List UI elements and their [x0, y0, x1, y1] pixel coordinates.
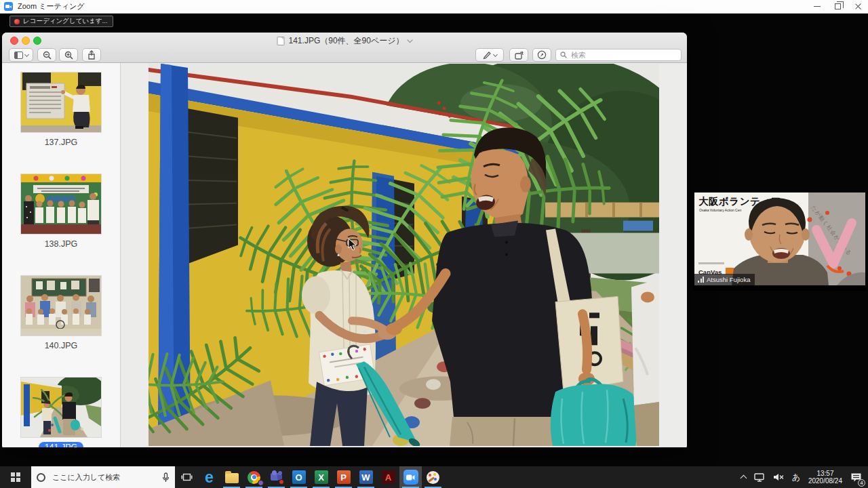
thumbnail-image-140[interactable] — [21, 276, 101, 336]
taskbar-app-acrobat[interactable]: A — [377, 466, 399, 488]
thumbnail-item-137[interactable]: 137.JPG — [21, 73, 101, 148]
paint3d-icon — [427, 471, 439, 484]
tray-time: 13:57 — [808, 470, 842, 478]
notification-badge: 4 — [858, 479, 865, 487]
pencil-icon — [482, 50, 492, 60]
ime-label: あ — [792, 472, 800, 483]
thumbnail-item-138[interactable]: 138.JPG — [21, 174, 101, 249]
taskbar-search-box[interactable] — [31, 466, 175, 488]
tray-volume-muted[interactable] — [770, 466, 787, 488]
acrobat-icon: A — [382, 470, 395, 484]
participant-video-frame: 大阪ボランティア Osaka Voluntary Action Cen たが動く… — [694, 192, 865, 285]
signal-bars-icon — [698, 277, 704, 283]
zoom-out-button[interactable] — [37, 48, 56, 62]
taskbar-app-file-explorer[interactable] — [220, 466, 243, 488]
start-button[interactable] — [0, 466, 31, 488]
thumbnail-image-137[interactable] — [21, 73, 101, 132]
taskbar-app-excel[interactable]: X — [310, 466, 332, 488]
recording-label: レコーディングしています... — [23, 17, 107, 26]
thumbnail-item-141[interactable]: 141.JPG — [21, 378, 101, 447]
outlook-icon: O — [292, 470, 306, 484]
chrome-profile-badge — [258, 480, 264, 486]
rotate-icon — [514, 51, 524, 60]
restore-icon — [835, 3, 841, 9]
thumbnail-item-140[interactable]: 140.JPG — [21, 276, 101, 351]
mac-zoom-button[interactable] — [33, 37, 41, 45]
participant-nametag: Atsushi Fujioka — [694, 274, 755, 285]
thumbnail-image-138[interactable] — [21, 174, 101, 234]
zoom-camera-icon — [4, 2, 13, 11]
markup-toolbar-button[interactable] — [532, 48, 551, 62]
zoom-app-titlebar: Zoom ミーティング — [0, 0, 868, 14]
taskbar-app-word[interactable]: W — [355, 466, 377, 488]
title-chevron-down-icon — [407, 37, 412, 42]
taskbar-app-chrome[interactable] — [243, 466, 265, 488]
teams-icon — [270, 471, 283, 483]
system-tray: あ 13:57 2020/08/24 4 — [738, 466, 868, 488]
participant-video[interactable]: 大阪ボランティア Osaka Voluntary Action Cen たが動く… — [693, 190, 867, 291]
close-button[interactable] — [848, 0, 868, 13]
taskbar-app-paint3d[interactable] — [422, 466, 444, 488]
recording-indicator[interactable]: レコーディングしています... — [9, 16, 113, 27]
preview-search-field[interactable] — [555, 49, 682, 61]
share-button[interactable] — [82, 48, 101, 62]
chevron-up-icon — [740, 475, 747, 482]
taskbar-app-zoom[interactable] — [399, 466, 422, 488]
markup-circle-icon — [537, 50, 547, 60]
thumbnail-label[interactable]: 140.JPG — [45, 340, 78, 351]
participant-video-scene: 大阪ボランティア Osaka Voluntary Action Cen たが動く… — [694, 192, 865, 285]
excel-icon: X — [315, 470, 328, 484]
taskbar-app-teams[interactable] — [265, 466, 288, 488]
view-chevron-down-icon — [24, 52, 28, 56]
windows-logo-icon — [11, 472, 20, 482]
thumbnail-sidebar: 137.JPG — [2, 63, 121, 447]
cortana-icon — [37, 473, 45, 482]
taskbar-app-outlook[interactable]: O — [288, 466, 310, 488]
restore-button[interactable] — [827, 0, 848, 13]
share-icon — [87, 50, 96, 60]
taskbar-app-edge[interactable]: e — [198, 466, 220, 488]
windows-taskbar: e O X P W A あ 13:57 — [0, 466, 868, 488]
photo-canvas — [149, 64, 659, 446]
thumbnail-label[interactable]: 138.JPG — [45, 239, 78, 249]
view-sidebar-button[interactable] — [9, 48, 33, 62]
network-display-icon — [754, 473, 765, 482]
preview-title-group[interactable]: 141.JPG（90件、全90ページ） — [277, 35, 412, 46]
preview-search-input[interactable] — [570, 50, 677, 60]
search-icon — [560, 52, 567, 58]
photo-141 — [149, 64, 659, 446]
rotate-button[interactable] — [509, 48, 528, 62]
tray-expand-button[interactable] — [738, 466, 749, 488]
microphone-icon[interactable] — [162, 472, 170, 483]
taskbar-search-input[interactable] — [51, 472, 157, 482]
task-view-button[interactable] — [175, 466, 198, 488]
thumbnail-label-selected[interactable]: 141.JPG — [39, 442, 84, 447]
task-view-icon — [181, 472, 193, 482]
participant-name: Atsushi Fujioka — [707, 276, 750, 283]
preview-window: 141.JPG（90件、全90ページ） — [2, 33, 687, 447]
mac-close-button[interactable] — [10, 37, 18, 45]
mac-minimize-button[interactable] — [22, 37, 30, 45]
recording-dot-icon — [14, 19, 20, 24]
tray-network[interactable] — [751, 466, 768, 488]
zoom-taskbar-icon — [403, 470, 418, 485]
close-icon — [854, 3, 862, 10]
zoom-in-button[interactable] — [59, 48, 78, 62]
action-center-button[interactable]: 4 — [847, 466, 865, 488]
pencil-chevron-down-icon — [493, 52, 498, 56]
powerpoint-icon: P — [337, 470, 351, 484]
tray-ime[interactable]: あ — [789, 466, 804, 488]
thumbnail-image-141[interactable] — [21, 378, 101, 437]
speaker-mute-icon — [773, 473, 784, 481]
minimize-button[interactable] — [807, 0, 827, 13]
window-controls — [807, 0, 868, 13]
markup-pencil-button[interactable] — [475, 48, 504, 62]
tray-date: 2020/08/24 — [808, 477, 842, 485]
mouse-cursor — [348, 238, 357, 251]
minimize-icon — [814, 6, 821, 7]
tray-clock[interactable]: 13:57 2020/08/24 — [805, 466, 846, 488]
preview-toolbar — [2, 47, 687, 63]
thumbnail-label[interactable]: 137.JPG — [45, 137, 78, 148]
taskbar-app-powerpoint[interactable]: P — [332, 466, 355, 488]
zoom-out-icon — [43, 51, 52, 60]
